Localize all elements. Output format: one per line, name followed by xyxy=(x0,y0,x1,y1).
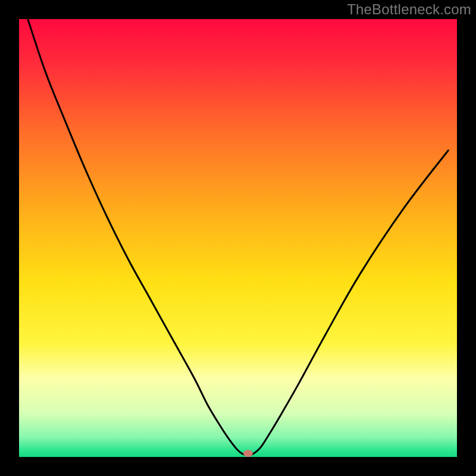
bottleneck-chart xyxy=(0,0,476,476)
plot-area xyxy=(19,19,457,457)
min-marker xyxy=(243,450,253,457)
chart-container: TheBottleneck.com xyxy=(0,0,476,476)
watermark-text: TheBottleneck.com xyxy=(347,1,471,18)
